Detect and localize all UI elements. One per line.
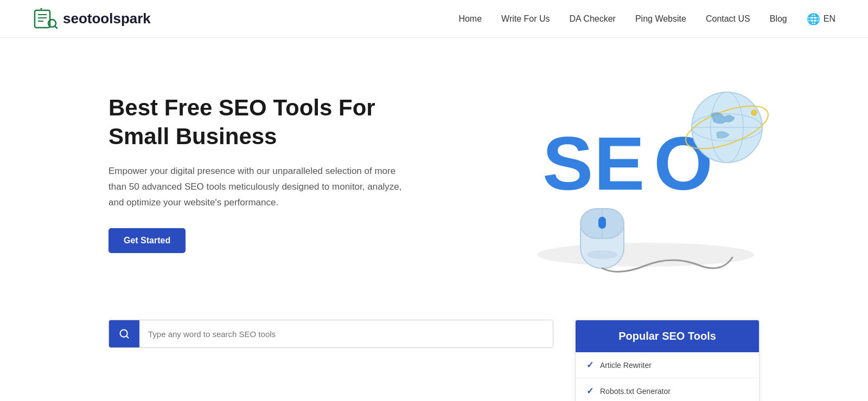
svg-point-7 bbox=[537, 243, 754, 267]
hero-title: Best Free SEO Tools For Small Business bbox=[108, 94, 434, 151]
search-button[interactable] bbox=[109, 320, 139, 347]
popular-tool-item[interactable]: ✓ Article Rewriter bbox=[576, 352, 759, 378]
popular-tool-item[interactable]: ✓ Robots.txt Generator bbox=[576, 378, 759, 401]
nav-da-checker[interactable]: DA Checker bbox=[570, 14, 616, 24]
svg-line-23 bbox=[126, 336, 129, 338]
hero-section: Best Free SEO Tools For Small Business E… bbox=[0, 38, 868, 309]
language-label: EN bbox=[824, 14, 835, 24]
svg-point-21 bbox=[587, 250, 617, 259]
popular-tool-label: Robots.txt Generator bbox=[600, 387, 671, 396]
search-bar-wrapper bbox=[108, 320, 553, 348]
nav-blog[interactable]: Blog bbox=[770, 14, 787, 24]
svg-line-5 bbox=[55, 26, 57, 28]
header: seotoolspark Home Write For Us DA Checke… bbox=[0, 0, 868, 38]
get-started-button[interactable]: Get Started bbox=[108, 228, 186, 253]
logo-icon bbox=[33, 6, 59, 32]
search-section: Popular SEO Tools ✓ Article Rewriter ✓ R… bbox=[0, 309, 868, 401]
nav-contact-us[interactable]: Contact US bbox=[706, 14, 750, 24]
hero-description: Empower your digital presence with our u… bbox=[108, 164, 407, 211]
popular-tools-list: ✓ Article Rewriter ✓ Robots.txt Generato… bbox=[576, 352, 759, 401]
hero-content: Best Free SEO Tools For Small Business E… bbox=[108, 94, 434, 253]
svg-point-16 bbox=[751, 109, 757, 116]
seo-illustration: S E O bbox=[510, 70, 781, 276]
search-input[interactable] bbox=[139, 320, 553, 347]
svg-text:E: E bbox=[594, 121, 644, 206]
nav-ping-website[interactable]: Ping Website bbox=[635, 14, 686, 24]
main-nav: Home Write For Us DA Checker Ping Websit… bbox=[458, 12, 835, 25]
check-icon: ✓ bbox=[586, 360, 593, 370]
logo-text: seotoolspark bbox=[63, 10, 151, 27]
globe-icon: 🌐 bbox=[807, 12, 820, 25]
svg-text:S: S bbox=[542, 121, 593, 206]
hero-image: S E O bbox=[510, 70, 781, 276]
popular-tools-header: Popular SEO Tools bbox=[576, 320, 759, 352]
search-icon bbox=[119, 328, 130, 339]
language-selector[interactable]: 🌐 EN bbox=[807, 12, 835, 25]
nav-write-for-us[interactable]: Write For Us bbox=[501, 14, 550, 24]
popular-tools-panel: Popular SEO Tools ✓ Article Rewriter ✓ R… bbox=[575, 320, 760, 401]
svg-rect-20 bbox=[598, 217, 606, 229]
svg-rect-0 bbox=[35, 10, 50, 28]
popular-tool-label: Article Rewriter bbox=[600, 361, 652, 370]
nav-home[interactable]: Home bbox=[458, 14, 482, 24]
check-icon: ✓ bbox=[586, 386, 593, 396]
logo-link[interactable]: seotoolspark bbox=[33, 6, 151, 32]
